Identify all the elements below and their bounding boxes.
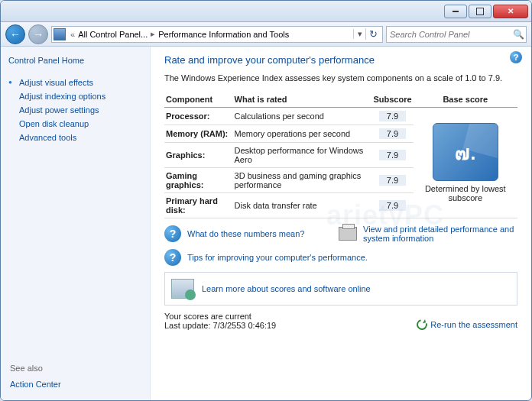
see-also-label: See also (8, 364, 142, 373)
subscore-value: 7.9 (379, 128, 406, 139)
breadcrumb-current[interactable]: Performance Information and Tools (157, 30, 290, 39)
component-rated: Memory operations per second (233, 125, 372, 143)
search-icon[interactable]: 🔍 (511, 29, 526, 40)
content-body: Control Panel Home Adjust visual effects… (1, 47, 531, 400)
forward-button[interactable]: → (28, 24, 48, 44)
basescore-label: Determined by lowest subscore (415, 184, 516, 202)
col-subscore: Subscore (371, 92, 413, 108)
address-bar[interactable]: « All Control Panel... ▸ Performance Inf… (51, 26, 383, 43)
component-rated: Disk data transfer rate (233, 193, 372, 218)
minimize-button[interactable] (444, 5, 467, 18)
software-icon (171, 279, 194, 299)
question-icon: ? (164, 225, 181, 242)
sidebar-link-advanced[interactable]: Advanced tools (8, 131, 142, 144)
last-update-label: Last update: 7/3/2553 0:46:19 (164, 321, 276, 330)
scores-table: Component What is rated Subscore Base sc… (164, 92, 517, 218)
page-title: Rate and improve your computer's perform… (164, 54, 517, 66)
navigation-bar: ← → « All Control Panel... ▸ Performance… (1, 22, 531, 47)
table-header-row: Component What is rated Subscore Base sc… (164, 92, 517, 108)
close-button[interactable] (493, 5, 528, 18)
control-panel-icon (54, 28, 66, 40)
maximize-button[interactable] (469, 5, 491, 18)
learn-more-box: Learn more about scores and software onl… (164, 272, 517, 306)
subscore-value: 7.9 (379, 111, 406, 121)
help-links-row-2: ? Tips for improving your computer's per… (164, 249, 517, 266)
control-panel-home-link[interactable]: Control Panel Home (8, 56, 142, 65)
page-description: The Windows Experience Index assesses ke… (164, 73, 517, 82)
sidebar-link-indexing[interactable]: Adjust indexing options (8, 89, 142, 103)
refresh-icon (415, 317, 430, 331)
footer-row: Your scores are current Last update: 7/3… (164, 312, 517, 330)
basescore-badge: ๗. (433, 123, 498, 181)
sidebar-link-visual-effects[interactable]: Adjust visual effects (8, 76, 142, 89)
back-button[interactable]: ← (5, 24, 25, 44)
link-learn-more[interactable]: Learn more about scores and software onl… (202, 284, 371, 293)
link-tips[interactable]: Tips for improving your computer's perfo… (187, 253, 368, 262)
breadcrumb-root[interactable]: All Control Panel... (76, 30, 149, 39)
window-frame: ← → « All Control Panel... ▸ Performance… (0, 0, 532, 401)
address-dropdown-button[interactable]: ▾ (353, 29, 365, 39)
breadcrumb-chevron-icon: « (69, 30, 76, 39)
basescore-cell: ๗. Determined by lowest subscore (414, 108, 517, 218)
sidebar-link-power[interactable]: Adjust power settings (8, 103, 142, 117)
printer-icon (339, 227, 357, 241)
component-name: Processor: (166, 112, 209, 121)
sidebar: Control Panel Home Adjust visual effects… (1, 47, 151, 400)
subscore-value: 7.9 (379, 175, 406, 186)
component-rated: Desktop performance for Windows Aero (233, 143, 372, 168)
component-name: Graphics: (166, 150, 205, 160)
score-status: Your scores are current Last update: 7/3… (164, 312, 276, 330)
col-component: Component (164, 92, 233, 108)
rerun-assessment-link[interactable]: Re-run the assessment (417, 319, 517, 330)
scores-current-label: Your scores are current (164, 312, 276, 321)
sidebar-link-cleanup[interactable]: Open disk cleanup (8, 117, 142, 131)
question-icon: ? (164, 249, 181, 266)
component-name: Memory (RAM): (166, 129, 228, 138)
component-rated: Calculations per second (233, 108, 372, 125)
see-also-action-center[interactable]: Action Center (8, 377, 142, 391)
component-name: Gaming graphics: (166, 171, 204, 189)
link-what-numbers-mean[interactable]: What do these numbers mean? (187, 229, 332, 238)
component-rated: 3D business and gaming graphics performa… (233, 168, 372, 193)
basescore-value: ๗. (455, 137, 475, 168)
component-name: Primary hard disk: (166, 196, 218, 215)
row-processor: Processor: Calculations per second 7.9 ๗… (164, 108, 517, 125)
rerun-label: Re-run the assessment (430, 320, 517, 329)
subscore-value: 7.9 (379, 150, 406, 160)
titlebar (1, 1, 531, 22)
search-box[interactable]: 🔍 (386, 26, 527, 43)
breadcrumb-chevron-icon: ▸ (149, 29, 157, 39)
refresh-button[interactable]: ↻ (365, 28, 381, 40)
main-content: ? arietyPC Rate and improve your compute… (151, 47, 531, 400)
col-basescore: Base score (414, 92, 517, 108)
help-icon[interactable]: ? (510, 51, 522, 63)
link-view-detailed[interactable]: View and print detailed performance and … (363, 225, 517, 243)
subscore-value: 7.9 (379, 200, 406, 211)
search-input[interactable] (387, 30, 511, 39)
col-rated: What is rated (233, 92, 372, 108)
help-links-row-1: ? What do these numbers mean? View and p… (164, 225, 517, 243)
